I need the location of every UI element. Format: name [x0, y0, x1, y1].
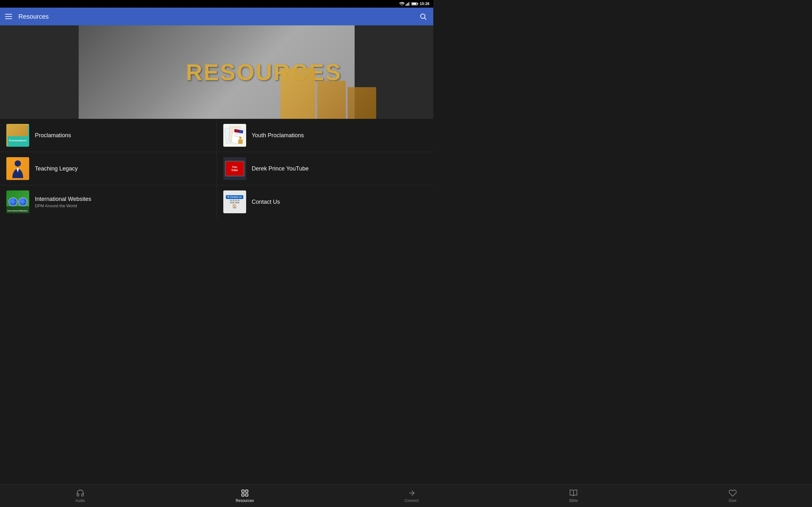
app-bar-left: Resources	[5, 13, 49, 20]
derek-prince-youtube-text: Derek Prince YouTube	[252, 165, 309, 172]
teaching-legacy-title: Teaching Legacy	[35, 165, 78, 172]
wifi-icon	[399, 2, 404, 6]
youtube-text: You	[232, 165, 237, 169]
svg-rect-3	[409, 2, 410, 6]
status-icons: 10:26	[399, 2, 429, 6]
svg-line-8	[425, 18, 426, 20]
globe-2	[18, 198, 27, 206]
status-bar: 10:26	[0, 0, 433, 8]
page-title: Resources	[18, 13, 49, 20]
person-silhouette	[10, 159, 26, 178]
tablet-screen: You Tube	[226, 162, 244, 176]
search-icon	[419, 13, 427, 20]
grid-row-1: Proclamations Proclamations	[0, 119, 433, 152]
proclamations-title: Proclamations	[35, 132, 71, 139]
content-grid: Proclamations Proclamations	[0, 119, 433, 218]
app-bar: Resources	[0, 8, 433, 25]
svg-point-9	[14, 160, 21, 167]
intl-websites-icon-label: International Websites	[7, 210, 28, 212]
youth-proclamations-item[interactable]: Youth Proclamations	[217, 119, 434, 152]
proc-icon-label: Proclamations	[8, 139, 27, 143]
contact-us-item[interactable]: ✉ Contact us 🏠	[217, 185, 434, 218]
derek-prince-youtube-item[interactable]: You Tube Derek Prince YouTube	[217, 152, 434, 185]
contact-us-title: Contact Us	[252, 199, 280, 205]
hero-banner: RESOURCES	[0, 25, 433, 119]
svg-rect-6	[417, 3, 418, 4]
derek-prince-youtube-icon: You Tube	[223, 157, 246, 180]
proclamations-icon: Proclamations	[6, 124, 29, 147]
papers-decoration	[225, 126, 244, 145]
derek-prince-youtube-title: Derek Prince YouTube	[252, 165, 309, 172]
grid-row-3: International Websites International Web…	[0, 185, 433, 218]
hero-decoration	[281, 68, 376, 119]
international-websites-text: International Websites DPM Around the Wo…	[35, 196, 91, 208]
youth-proclamations-text: Youth Proclamations	[252, 132, 304, 139]
svg-rect-2	[408, 3, 409, 6]
svg-rect-5	[412, 3, 416, 5]
tablet-frame: You Tube	[225, 161, 245, 176]
teaching-legacy-item[interactable]: Teaching Legacy	[0, 152, 217, 185]
globe-icons	[9, 198, 27, 206]
globe-1	[9, 198, 17, 206]
contact-us-text: Contact Us	[252, 199, 280, 205]
svg-rect-1	[407, 3, 408, 6]
youth-proclamations-icon	[223, 124, 246, 147]
status-time: 10:26	[420, 2, 429, 6]
teaching-legacy-icon	[6, 157, 29, 180]
search-button[interactable]	[418, 11, 428, 21]
youth-proclamations-title: Youth Proclamations	[252, 132, 304, 139]
international-websites-item[interactable]: International Websites International Web…	[0, 185, 217, 218]
contact-us-icon: ✉ Contact us 🏠	[223, 190, 246, 213]
grid-row-2: Teaching Legacy You Tube	[0, 152, 433, 185]
proclamations-item[interactable]: Proclamations Proclamations	[0, 119, 217, 152]
signal-icon	[406, 2, 410, 6]
proclamations-text: Proclamations	[35, 132, 71, 139]
svg-point-7	[420, 14, 425, 18]
battery-icon	[411, 2, 418, 6]
international-websites-subtitle: DPM Around the World	[35, 204, 91, 208]
menu-button[interactable]	[5, 14, 12, 19]
international-websites-title: International Websites	[35, 196, 91, 203]
teaching-legacy-text: Teaching Legacy	[35, 165, 78, 172]
keyboard-decoration: ✉ Contact us 🏠	[226, 195, 243, 209]
svg-rect-0	[406, 4, 407, 6]
international-websites-icon: International Websites	[6, 190, 29, 213]
